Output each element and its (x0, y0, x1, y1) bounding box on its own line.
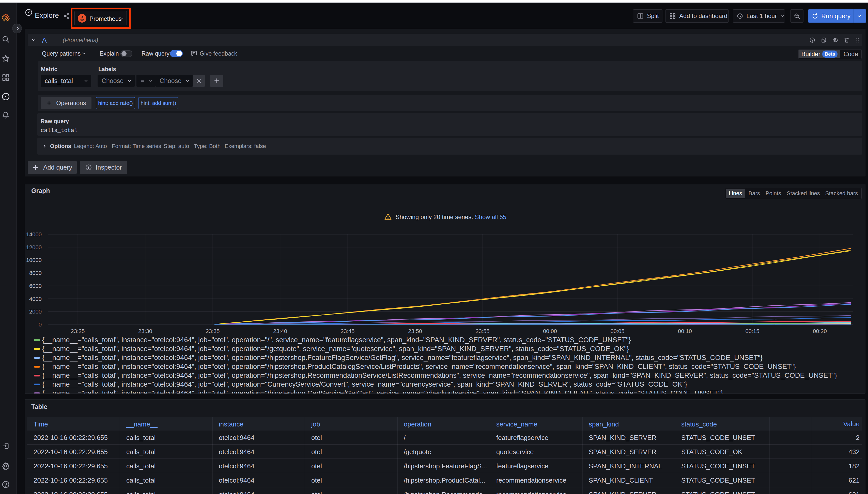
svg-text:23:55: 23:55 (475, 328, 489, 334)
svg-text:23:50: 23:50 (408, 328, 422, 334)
svg-text:0: 0 (39, 321, 42, 328)
svg-text:10000: 10000 (26, 257, 42, 263)
svg-text:00:15: 00:15 (745, 328, 759, 334)
svg-text:2000: 2000 (29, 308, 42, 315)
svg-text:23:40: 23:40 (273, 328, 287, 334)
svg-text:00:10: 00:10 (678, 328, 692, 334)
svg-text:6000: 6000 (29, 283, 42, 289)
svg-text:14000: 14000 (26, 231, 42, 238)
svg-text:12000: 12000 (26, 244, 42, 250)
svg-text:23:30: 23:30 (138, 328, 152, 334)
svg-text:00:00: 00:00 (543, 328, 557, 334)
svg-text:23:35: 23:35 (205, 328, 219, 334)
svg-text:23:25: 23:25 (71, 328, 85, 334)
svg-text:8000: 8000 (29, 270, 42, 276)
svg-text:00:05: 00:05 (610, 328, 624, 334)
svg-text:00:20: 00:20 (813, 328, 827, 334)
svg-text:4000: 4000 (29, 296, 42, 302)
svg-text:23:45: 23:45 (341, 328, 355, 334)
